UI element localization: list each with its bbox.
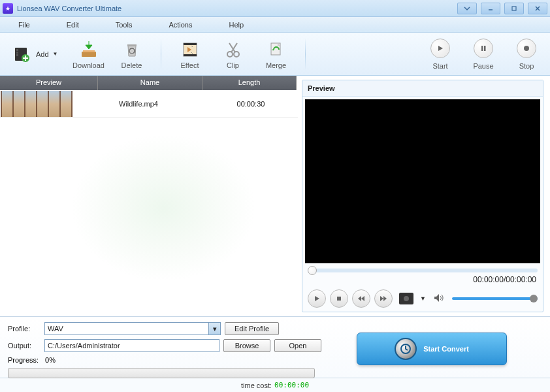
time-cost-value: 00:00:00 [274,381,309,389]
col-length[interactable]: Length [202,76,297,90]
playback-controls: ▼ [302,287,543,312]
volume-slider[interactable] [452,297,538,300]
file-row[interactable]: Wildlife.mp4 00:00:30 [0,90,298,118]
merge-button[interactable]: Merge [258,35,295,73]
add-icon [11,44,32,65]
volume-icon[interactable] [434,293,444,304]
svg-rect-12 [184,43,197,45]
chevron-down-icon[interactable]: ▾ [208,323,220,335]
close-button[interactable] [528,3,547,14]
snapshot-dropdown[interactable]: ▼ [420,295,426,302]
svg-rect-5 [16,54,18,56]
open-button[interactable]: Open [274,339,321,352]
bottom-panel: Profile: WAV ▾ Edit Profile Output: Brow… [0,316,550,378]
statusbar: time cost: 00:00:00 [0,378,550,392]
seek-slider[interactable] [308,269,538,272]
svg-rect-8 [83,50,95,52]
toolbar-separator [161,38,161,71]
toolbar: Add ▼ Download Delete Effect Clip Merge … [0,33,550,76]
output-label: Output: [8,342,40,350]
column-headers: Preview Name Length [0,76,298,90]
maximize-button[interactable] [504,3,524,14]
play-icon [430,39,450,58]
col-preview[interactable]: Preview [0,76,98,90]
delete-icon [121,39,142,60]
file-name: Wildlife.mp4 [73,100,204,108]
add-label: Add [36,50,49,58]
output-input[interactable] [44,339,219,352]
toolbar-separator [305,38,306,71]
preview-box: Preview 00:00:00/00:00:00 ▼ [302,80,543,312]
seek-knob[interactable] [308,266,317,275]
pause-icon [474,39,493,58]
add-button[interactable]: Add ▼ [5,42,64,66]
pause-label: Pause [473,62,493,70]
menu-file[interactable]: File [0,21,48,29]
svg-rect-20 [337,297,341,301]
rewind-button[interactable] [352,289,370,308]
snapshot-icon[interactable] [399,293,413,304]
merge-label: Merge [266,61,286,69]
delete-button[interactable]: Delete [114,35,150,73]
pause-button[interactable]: Pause [465,35,502,73]
time-cost-label: time cost: [241,382,272,389]
start-label: Start [432,62,447,70]
stop-icon [517,39,536,58]
preview-panel: Preview 00:00:00/00:00:00 ▼ [298,76,550,316]
forward-button[interactable] [374,289,393,308]
window-dropdown-button[interactable] [457,3,477,14]
clip-label: Clip [227,61,239,69]
menu-tools[interactable]: Tools [97,21,151,29]
menu-actions[interactable]: Actions [150,21,210,29]
progress-value: 0% [45,356,56,364]
play-button[interactable] [308,289,326,308]
delete-label: Delete [121,61,142,69]
download-label: Download [73,61,105,69]
stop-label: Stop [519,62,534,70]
svg-rect-3 [16,49,18,51]
convert-label: Start Convert [423,345,469,353]
playback-time: 00:00:00/00:00:00 [302,275,543,287]
file-thumbnail [1,91,73,117]
effect-label: Effect [181,61,199,69]
menu-help[interactable]: Help [210,21,262,29]
preview-header: Preview [302,80,543,97]
window-title: Lionsea WAV Converter Ultimate [17,5,121,12]
app-icon: ★ [3,3,13,14]
effect-button[interactable]: Effect [172,35,208,73]
progress-bar [8,368,315,378]
convert-area: Start Convert [321,322,542,375]
chevron-down-icon: ▼ [53,51,58,57]
svg-rect-4 [16,52,18,54]
profile-value: WAV [48,325,63,333]
main-area: Preview Name Length Wildlife.mp4 00:00:3… [0,76,550,316]
volume-knob[interactable] [530,295,538,302]
col-name[interactable]: Name [98,76,202,90]
svg-rect-18 [484,46,486,51]
clip-icon [223,39,244,60]
svg-rect-17 [481,46,483,51]
svg-rect-7 [82,52,96,57]
titlebar: ★ Lionsea WAV Converter Ultimate [0,0,550,17]
progress-label: Progress: [8,356,39,364]
file-list-panel: Preview Name Length Wildlife.mp4 00:00:3… [0,76,298,316]
file-length: 00:00:30 [204,100,298,108]
svg-point-19 [524,46,529,51]
svg-rect-1 [512,7,516,10]
svg-rect-13 [184,54,197,56]
preview-stop-button[interactable] [330,289,348,308]
download-icon [78,39,99,60]
video-viewport[interactable] [305,99,540,263]
download-button[interactable]: Download [71,35,107,73]
menubar: File Edit Tools Actions Help [0,17,550,33]
profile-combo[interactable]: WAV ▾ [44,322,221,335]
minimize-button[interactable] [481,3,500,14]
stop-button[interactable]: Stop [508,35,545,73]
start-button[interactable]: Start [422,35,459,73]
edit-profile-button[interactable]: Edit Profile [225,322,279,335]
start-convert-button[interactable]: Start Convert [357,333,507,365]
browse-button[interactable]: Browse [223,339,270,352]
clip-button[interactable]: Clip [215,35,251,73]
settings-area: Profile: WAV ▾ Edit Profile Output: Brow… [8,322,321,375]
menu-edit[interactable]: Edit [48,21,97,29]
